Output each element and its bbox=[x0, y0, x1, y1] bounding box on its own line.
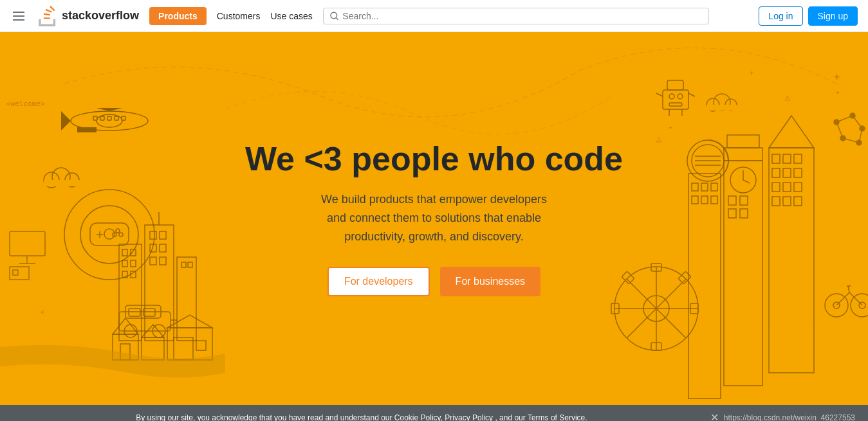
signup-button[interactable]: Sign up bbox=[808, 6, 858, 26]
cookie-close-button[interactable]: ✕ bbox=[710, 411, 719, 421]
cookie-policy-link[interactable]: Cookie Policy bbox=[394, 413, 441, 422]
svg-rect-39 bbox=[150, 231, 156, 239]
svg-point-48 bbox=[64, 190, 154, 280]
search-box[interactable] bbox=[323, 8, 709, 24]
svg-marker-120 bbox=[769, 116, 814, 148]
svg-rect-99 bbox=[727, 135, 759, 148]
svg-text:+: + bbox=[40, 308, 44, 317]
svg-rect-44 bbox=[160, 257, 166, 265]
hero-content: We <3 people who code We build products … bbox=[245, 141, 623, 296]
svg-point-19 bbox=[669, 94, 674, 99]
navbar: stackoverflow Products Customers Use cas… bbox=[0, 0, 868, 32]
svg-text:△: △ bbox=[785, 94, 790, 101]
hero-buttons: For developers For businesses bbox=[245, 267, 623, 296]
svg-rect-92 bbox=[701, 183, 708, 191]
svg-line-126 bbox=[849, 292, 862, 305]
svg-rect-66 bbox=[129, 309, 140, 316]
svg-rect-36 bbox=[131, 271, 136, 278]
use-cases-link[interactable]: Use cases bbox=[270, 11, 312, 21]
svg-rect-108 bbox=[772, 154, 780, 163]
svg-rect-12 bbox=[122, 116, 125, 120]
svg-line-125 bbox=[836, 292, 849, 305]
svg-rect-17 bbox=[663, 90, 688, 109]
svg-rect-50 bbox=[90, 223, 129, 246]
svg-point-26 bbox=[706, 98, 719, 111]
svg-point-51 bbox=[104, 229, 115, 239]
svg-point-55 bbox=[119, 233, 123, 237]
svg-rect-90 bbox=[688, 174, 721, 399]
svg-rect-42 bbox=[160, 244, 166, 252]
svg-point-65 bbox=[152, 325, 165, 337]
svg-rect-74 bbox=[167, 328, 212, 360]
svg-point-132 bbox=[840, 136, 845, 141]
svg-rect-35 bbox=[122, 271, 127, 278]
terms-link[interactable]: Terms of Service bbox=[528, 413, 585, 422]
svg-rect-112 bbox=[783, 168, 791, 177]
for-developers-button[interactable]: For developers bbox=[328, 267, 430, 296]
svg-rect-96 bbox=[711, 196, 717, 204]
svg-rect-95 bbox=[701, 196, 708, 204]
svg-rect-76 bbox=[174, 337, 193, 360]
svg-rect-16 bbox=[44, 180, 80, 186]
products-button[interactable]: Products bbox=[149, 7, 207, 25]
cookie-bar: By using our site, you acknowledge that … bbox=[0, 405, 868, 421]
search-input[interactable] bbox=[342, 11, 701, 21]
svg-text:+: + bbox=[834, 71, 840, 82]
login-button[interactable]: Log in bbox=[759, 6, 802, 26]
logo[interactable]: stackoverflow bbox=[37, 6, 139, 26]
svg-rect-110 bbox=[794, 154, 802, 163]
svg-marker-75 bbox=[167, 315, 212, 328]
svg-rect-10 bbox=[107, 116, 111, 120]
privacy-policy-link[interactable]: Privacy Policy bbox=[445, 413, 493, 422]
svg-marker-6 bbox=[97, 108, 122, 111]
svg-rect-106 bbox=[740, 209, 748, 218]
svg-line-23 bbox=[688, 93, 695, 96]
hamburger-menu[interactable] bbox=[10, 9, 27, 23]
svg-text:△: △ bbox=[656, 136, 661, 143]
svg-point-56 bbox=[113, 233, 116, 237]
logo-icon bbox=[37, 6, 58, 26]
url-hint: https://blog.csdn.net/weixin_46227553 bbox=[724, 413, 855, 422]
hero-subtitle: We build products that empower developer… bbox=[312, 190, 557, 246]
for-businesses-button[interactable]: For businesses bbox=[440, 267, 541, 296]
search-icon bbox=[330, 12, 339, 21]
svg-rect-103 bbox=[728, 196, 736, 205]
svg-rect-91 bbox=[692, 183, 698, 191]
svg-rect-85 bbox=[651, 343, 661, 350]
svg-point-123 bbox=[833, 302, 840, 309]
svg-point-14 bbox=[52, 168, 70, 186]
svg-marker-5 bbox=[61, 111, 71, 130]
svg-rect-93 bbox=[711, 183, 717, 191]
svg-rect-88 bbox=[622, 271, 634, 284]
svg-marker-70 bbox=[113, 318, 138, 334]
svg-rect-117 bbox=[772, 197, 780, 206]
svg-line-137 bbox=[843, 138, 859, 143]
svg-rect-114 bbox=[772, 183, 780, 192]
svg-rect-62 bbox=[119, 312, 171, 331]
svg-rect-84 bbox=[651, 264, 661, 271]
svg-rect-7 bbox=[77, 127, 97, 132]
svg-line-1 bbox=[336, 17, 338, 19]
customers-link[interactable]: Customers bbox=[217, 11, 261, 21]
svg-rect-77 bbox=[196, 341, 206, 350]
svg-rect-69 bbox=[113, 334, 138, 360]
svg-rect-71 bbox=[120, 344, 130, 360]
svg-rect-63 bbox=[125, 305, 161, 318]
svg-line-138 bbox=[836, 122, 843, 138]
svg-line-82 bbox=[627, 279, 686, 338]
svg-point-100 bbox=[730, 167, 756, 193]
svg-rect-29 bbox=[706, 105, 737, 111]
svg-rect-40 bbox=[160, 231, 166, 239]
svg-rect-109 bbox=[783, 154, 791, 163]
svg-rect-98 bbox=[724, 148, 762, 161]
svg-rect-11 bbox=[115, 116, 118, 120]
svg-rect-8 bbox=[93, 116, 97, 120]
svg-rect-107 bbox=[769, 148, 814, 373]
svg-point-13 bbox=[44, 172, 59, 188]
svg-rect-43 bbox=[150, 257, 156, 265]
svg-rect-105 bbox=[728, 209, 736, 218]
svg-point-129 bbox=[834, 120, 839, 125]
svg-rect-33 bbox=[122, 260, 127, 267]
svg-point-79 bbox=[643, 296, 669, 321]
svg-rect-61 bbox=[13, 270, 18, 275]
